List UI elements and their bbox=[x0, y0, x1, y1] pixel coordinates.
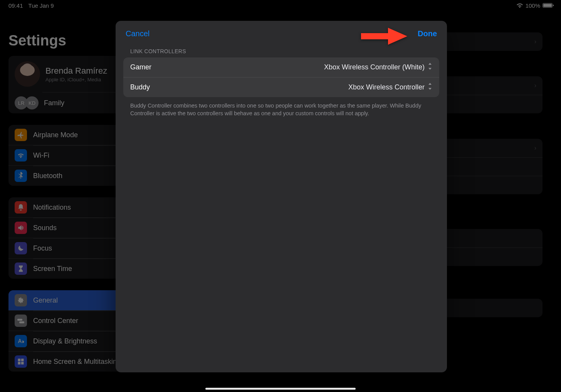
modal-header: Cancel Done bbox=[116, 21, 447, 48]
cancel-button[interactable]: Cancel bbox=[126, 29, 149, 38]
done-button[interactable]: Done bbox=[418, 29, 437, 38]
controller-list: Gamer Xbox Wireless Controller (White) B… bbox=[123, 57, 439, 97]
modal-footer-text: Buddy Controller combines two controller… bbox=[116, 97, 447, 122]
updown-icon bbox=[428, 83, 432, 92]
controller-row-gamer[interactable]: Gamer Xbox Wireless Controller (White) bbox=[123, 57, 439, 77]
controller-value: Xbox Wireless Controller (White) bbox=[324, 63, 432, 72]
controller-row-buddy[interactable]: Buddy Xbox Wireless Controller bbox=[123, 77, 439, 97]
controller-value-text: Xbox Wireless Controller bbox=[348, 83, 425, 91]
controller-value-text: Xbox Wireless Controller (White) bbox=[324, 63, 425, 71]
controller-role-label: Buddy bbox=[130, 83, 150, 91]
updown-icon bbox=[428, 63, 432, 72]
section-header: LINK CONTROLLERS bbox=[116, 48, 447, 57]
controller-value: Xbox Wireless Controller bbox=[348, 83, 432, 92]
home-indicator bbox=[205, 388, 356, 390]
link-controllers-modal: Cancel Done LINK CONTROLLERS Gamer Xbox … bbox=[116, 21, 447, 372]
controller-role-label: Gamer bbox=[130, 63, 151, 71]
